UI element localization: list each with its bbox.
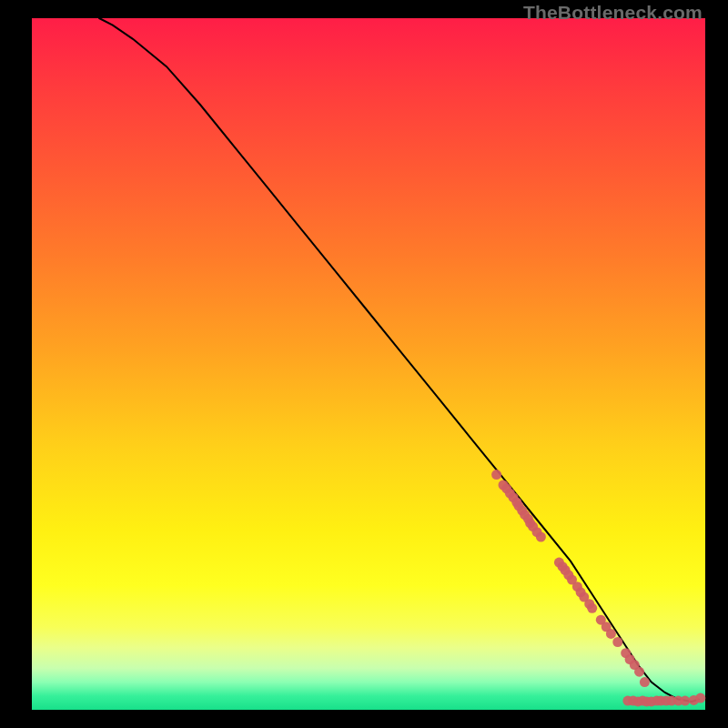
data-point — [640, 677, 650, 687]
data-point — [612, 637, 622, 647]
data-point — [536, 532, 546, 542]
data-point — [634, 667, 644, 677]
watermark-text: TheBottleneck.com — [523, 2, 703, 24]
data-point — [695, 693, 705, 703]
plot-area — [32, 18, 705, 710]
data-point — [491, 470, 501, 480]
chart-overlay — [32, 18, 705, 710]
data-point — [680, 696, 690, 706]
data-point — [587, 603, 597, 613]
chart-stage: TheBottleneck.com — [0, 0, 728, 728]
data-point — [606, 629, 616, 639]
bottleneck-curve — [99, 18, 699, 702]
